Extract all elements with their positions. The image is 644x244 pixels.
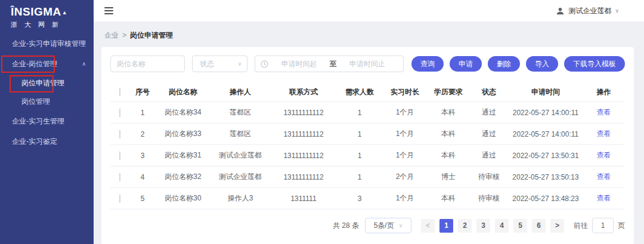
row-checkbox[interactable] (119, 173, 120, 181)
view-link[interactable]: 查看 (597, 172, 611, 181)
view-link[interactable]: 查看 (597, 129, 611, 138)
page-button-6[interactable]: 6 (532, 219, 546, 233)
prev-page-button[interactable]: < (421, 219, 435, 233)
cell-duration: 2个月 (382, 172, 428, 182)
logo-subtitle: 浙大网新 (11, 20, 94, 29)
toolbar-button-1[interactable]: 申请 (450, 56, 482, 72)
status-select[interactable]: 状态 ∨ (192, 55, 247, 72)
sidebar-item-3[interactable]: 岗位管理 (0, 92, 94, 111)
pagination: 共 28 条 5条/页 ∨ < 123456 > 前往 页 (110, 218, 625, 233)
sidebar-item-0[interactable]: 企业-实习申请审核管理 (0, 33, 94, 54)
sidebar-item-2[interactable]: 岗位申请管理 (0, 74, 94, 92)
date-end-placeholder: 申请时间止 (337, 59, 398, 69)
row-checkbox[interactable] (119, 109, 120, 117)
cell-education: 本科 (428, 129, 469, 139)
cell-seq: 1 (129, 109, 156, 117)
topbar: 测试企业莲都 ∨ (94, 0, 644, 21)
cell-status: 待审核 (469, 193, 509, 203)
cell-apply_time: 2022-05-27 13:50:31 (509, 152, 583, 160)
breadcrumb-parent[interactable]: 企业 (104, 31, 119, 39)
row-checkbox[interactable] (119, 194, 120, 203)
toolbar-button-4[interactable]: 下载导入模板 (564, 56, 625, 72)
breadcrumb: 企业>岗位申请管理 (94, 21, 644, 47)
toolbar-button-2[interactable]: 删除 (488, 56, 520, 72)
cell-education: 本科 (428, 150, 469, 160)
sidebar-item-label: 岗位申请管理 (21, 78, 64, 88)
page-button-2[interactable]: 2 (458, 219, 472, 233)
chevron-down-icon: ∨ (399, 223, 403, 228)
user-name: 测试企业莲都 (568, 6, 611, 16)
view-link[interactable]: 查看 (597, 194, 611, 202)
next-page-button[interactable]: > (550, 219, 564, 233)
toolbar-button-3[interactable]: 导入 (526, 56, 558, 72)
cell-operator: 测试企业莲都 (210, 172, 270, 182)
apply-date-range-picker[interactable]: 申请时间起 至 申请时间止 (255, 55, 404, 72)
page-size-select[interactable]: 5条/页 ∨ (365, 218, 411, 233)
table-row: 4岗位名称32测试企业莲都1311111111212个月博士待审核2022-05… (110, 166, 625, 188)
cell-name: 岗位名称32 (156, 172, 210, 182)
main-area: 测试企业莲都 ∨ 企业>岗位申请管理 状态 ∨ (94, 0, 644, 244)
cell-name: 岗位名称33 (156, 129, 210, 139)
cell-headcount: 1 (337, 130, 382, 138)
cell-education: 博士 (428, 172, 469, 182)
cell-operator: 莲都区 (210, 129, 270, 139)
page-size-value: 5条/页 (374, 221, 394, 231)
sidebar-item-5[interactable]: 企业-实习鉴定 (0, 131, 94, 152)
cell-duration: 1个月 (382, 150, 428, 160)
chevron-down-icon: ∨ (615, 8, 619, 14)
column-header-1: 岗位名称 (156, 87, 210, 97)
toolbar-button-0[interactable]: 查询 (411, 56, 444, 72)
cell-seq: 3 (129, 152, 156, 160)
cell-status: 通过 (469, 129, 509, 139)
page-button-4[interactable]: 4 (495, 219, 509, 233)
cell-education: 本科 (428, 107, 469, 118)
breadcrumb-separator: > (122, 31, 126, 39)
toolbar: 查询申请删除导入下载导入模板 (411, 56, 625, 72)
app-window: ÎNSIGMA▲ 浙大网新 企业-实习申请审核管理企业-岗位管理∧岗位申请管理岗… (0, 0, 644, 244)
hamburger-menu-icon[interactable] (104, 7, 113, 14)
goto-page-input[interactable] (592, 218, 614, 233)
page-button-5[interactable]: 5 (513, 219, 527, 233)
cell-operator: 莲都区 (210, 107, 270, 118)
cell-name: 岗位名称34 (156, 107, 210, 118)
goto-unit: 页 (618, 221, 625, 231)
cell-name: 岗位名称30 (156, 193, 210, 203)
goto-page: 前往 页 (574, 218, 625, 233)
row-checkbox[interactable] (119, 130, 120, 138)
goto-label: 前往 (574, 221, 588, 231)
column-header-4: 需求人数 (337, 87, 382, 97)
row-checkbox[interactable] (119, 152, 120, 160)
cell-status: 通过 (469, 150, 509, 160)
content-area: 企业>岗位申请管理 状态 ∨ 申请时间起 至 (94, 21, 644, 244)
table-row: 2岗位名称33莲都区1311111111211个月本科通过2022-05-27 … (110, 123, 625, 145)
cell-apply_time: 2022-05-27 13:48:23 (509, 194, 583, 203)
cell-contact: 13111111112 (270, 109, 337, 117)
select-all-checkbox[interactable] (119, 88, 120, 96)
column-header-9: 操作 (583, 87, 625, 97)
sidebar: ÎNSIGMA▲ 浙大网新 企业-实习申请审核管理企业-岗位管理∧岗位申请管理岗… (0, 0, 94, 244)
column-header-3: 联系方式 (270, 87, 337, 97)
sidebar-item-1[interactable]: 企业-岗位管理∧ (0, 54, 94, 74)
logo-triangle-icon: ▲ (62, 10, 67, 16)
cell-education: 本科 (428, 193, 469, 203)
cell-operator: 测试企业莲都 (210, 150, 270, 160)
view-link[interactable]: 查看 (597, 108, 611, 116)
cell-headcount: 3 (337, 194, 382, 203)
cell-apply_time: 2022-05-27 14:00:11 (509, 109, 583, 117)
user-menu[interactable]: 测试企业莲都 ∨ (556, 6, 619, 16)
chevron-up-icon: ∧ (82, 61, 86, 67)
content-card: 状态 ∨ 申请时间起 至 申请时间止 查询申请删除导入下载导入模板 (101, 47, 634, 244)
date-start-placeholder: 申请时间起 (268, 59, 329, 69)
cell-seq: 2 (129, 130, 156, 138)
cell-status: 通过 (469, 107, 509, 118)
view-link[interactable]: 查看 (597, 151, 611, 159)
cell-contact: 1311111 (270, 194, 337, 203)
sidebar-item-label: 企业-实习申请审核管理 (12, 39, 86, 49)
sidebar-item-4[interactable]: 企业-实习生管理 (0, 111, 94, 131)
page-button-1[interactable]: 1 (439, 219, 453, 233)
cell-duration: 1个月 (382, 107, 428, 118)
sidebar-menu: 企业-实习申请审核管理企业-岗位管理∧岗位申请管理岗位管理企业-实习生管理企业-… (0, 33, 94, 152)
page-button-3[interactable]: 3 (476, 219, 490, 233)
job-name-input[interactable] (110, 55, 185, 72)
cell-contact: 13111111112 (270, 152, 337, 160)
